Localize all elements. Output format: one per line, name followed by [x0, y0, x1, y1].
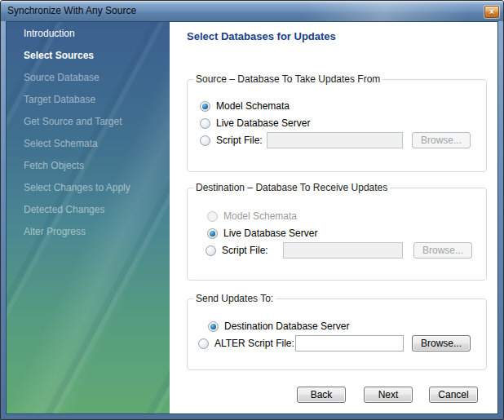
- radio-row-destination-model-schemata: Model Schemata: [207, 208, 297, 224]
- destination-browse-button: Browse...: [413, 242, 472, 259]
- radio-row-destination-script-file[interactable]: Script File:: [206, 242, 268, 259]
- radio-destination-script-file[interactable]: [206, 245, 216, 256]
- group-source-title: Source – Database To Take Updates From: [193, 73, 382, 85]
- radio-destination-database-server[interactable]: [208, 321, 219, 332]
- alter-script-browse-button[interactable]: Browse...: [412, 335, 471, 351]
- radio-row-alter-script-file[interactable]: ALTER Script File:: [198, 335, 294, 351]
- radio-alter-script-file[interactable]: [198, 338, 209, 349]
- radio-label: Live Database Server: [223, 228, 317, 239]
- dialog-content: Introduction Select Sources Source Datab…: [6, 21, 498, 414]
- radio-row-destination-database-server[interactable]: Destination Database Server: [208, 318, 349, 334]
- radio-source-model-schemata[interactable]: [200, 101, 210, 112]
- sidebar-item-select-sources: Select Sources: [7, 45, 170, 67]
- group-send-updates-title: Send Updates To:: [193, 293, 276, 304]
- group-send-updates-to: Send Updates To: Destination Database Se…: [187, 298, 487, 370]
- radio-source-script-file[interactable]: [200, 135, 210, 146]
- radio-label: ALTER Script File:: [214, 338, 294, 349]
- alter-script-file-input[interactable]: [295, 335, 404, 351]
- title-bar: Synchronize With Any Source ×: [1, 1, 503, 21]
- radio-row-source-model-schemata[interactable]: Model Schemata: [200, 98, 290, 114]
- close-icon: ×: [489, 7, 494, 16]
- back-button[interactable]: Back: [297, 387, 346, 403]
- wizard-steps-sidebar: Introduction Select Sources Source Datab…: [7, 22, 170, 413]
- page-title: Select Databases for Updates: [187, 30, 336, 42]
- wizard-window: Synchronize With Any Source × Introducti…: [0, 0, 504, 420]
- sidebar-item-detected-changes: Detected Changes: [7, 199, 170, 221]
- sidebar-item-select-schemata: Select Schemata: [7, 133, 170, 155]
- sidebar-item-target-database: Target Database: [7, 89, 170, 111]
- radio-label: Live Database Server: [216, 117, 310, 129]
- close-button[interactable]: ×: [484, 6, 499, 18]
- next-button[interactable]: Next: [364, 387, 413, 403]
- sidebar-item-select-changes-to-apply: Select Changes to Apply: [7, 177, 170, 199]
- cancel-button[interactable]: Cancel: [429, 387, 478, 403]
- sidebar-item-get-source-and-target: Get Source and Target: [7, 111, 170, 133]
- radio-row-destination-live-database-server[interactable]: Live Database Server: [207, 225, 317, 241]
- radio-label: Destination Database Server: [224, 321, 349, 332]
- radio-destination-model-schemata: [207, 211, 218, 222]
- radio-label: Model Schemata: [223, 210, 297, 222]
- source-script-file-input: [267, 132, 403, 148]
- destination-script-file-input: [283, 242, 403, 259]
- source-browse-button: Browse...: [412, 132, 471, 148]
- sidebar-item-source-database: Source Database: [7, 67, 170, 89]
- sidebar-item-introduction: Introduction: [7, 23, 170, 45]
- main-panel: Select Databases for Updates Source – Da…: [170, 22, 497, 413]
- radio-destination-live-database-server[interactable]: [207, 228, 218, 239]
- radio-label: Script File:: [222, 245, 268, 256]
- radio-row-source-live-database-server[interactable]: Live Database Server: [200, 115, 310, 131]
- radio-source-live-database-server[interactable]: [200, 118, 210, 129]
- window-title: Synchronize With Any Source: [7, 1, 136, 21]
- group-destination: Destination – Database To Receive Update…: [187, 188, 487, 281]
- radio-row-source-script-file[interactable]: Script File:: [200, 132, 263, 148]
- group-destination-title: Destination – Database To Receive Update…: [193, 182, 390, 193]
- group-source: Source – Database To Take Updates From M…: [187, 79, 487, 172]
- radio-label: Script File:: [216, 135, 263, 146]
- sidebar-item-alter-progress: Alter Progress: [7, 221, 170, 243]
- sidebar-item-fetch-objects: Fetch Objects: [7, 155, 170, 177]
- radio-label: Model Schemata: [216, 100, 290, 112]
